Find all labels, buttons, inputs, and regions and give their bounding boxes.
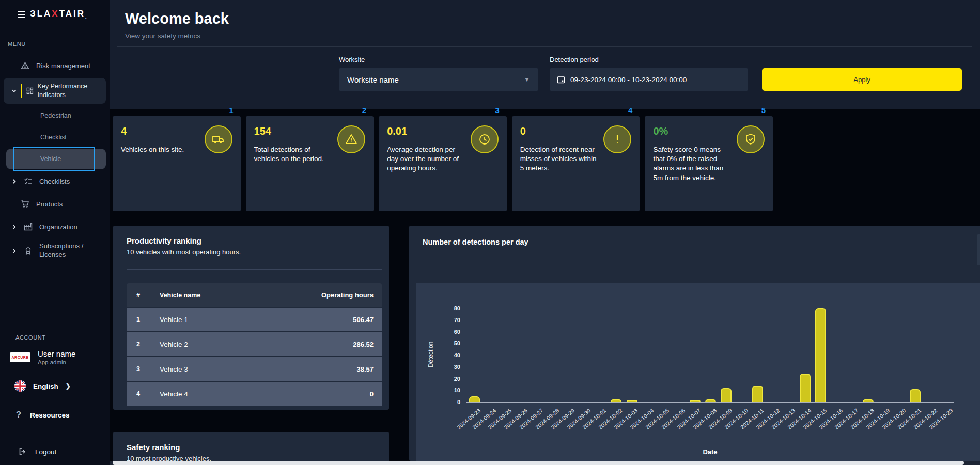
hamburger-menu-icon[interactable] — [18, 11, 25, 18]
sidebar-item-products[interactable]: Products — [0, 193, 110, 215]
bar-2024-10-15 — [815, 308, 826, 402]
rank-cell: 4 — [127, 390, 160, 397]
sidebar-subitem-checklist[interactable]: Checklist — [0, 126, 110, 148]
sidebar-subitem-label: Checklist — [40, 134, 67, 141]
sidebar-item-label: Organization — [39, 223, 77, 231]
sidebar-subitem-vehicle[interactable]: Vehicle — [6, 149, 106, 169]
table-row[interactable]: 3 Vehicle 3 38.57 — [127, 357, 382, 381]
productivity-subtitle: 10 vehicles with most operating hours. — [127, 248, 378, 256]
account-block: ACCOUNT ARCURE User name App admin Engli… — [0, 324, 110, 465]
operating-hours-cell: 38.57 — [304, 365, 382, 373]
detections-chart-card: Number of detections per day 4.97 Averag… — [409, 226, 980, 461]
clock-icon — [471, 125, 499, 153]
warning-triangle-icon — [337, 125, 365, 153]
divider — [6, 436, 103, 436]
y-axis-tick: 10 — [454, 387, 460, 393]
user-role: App admin — [38, 359, 75, 365]
user-name: User name — [38, 349, 75, 358]
x-axis-title: Date — [466, 448, 954, 456]
table-row[interactable]: 1 Vehicle 1 506.47 — [127, 308, 382, 331]
plot-region: 010203040506070802024-09-232024-09-24202… — [466, 309, 954, 403]
y-axis-tick: 70 — [454, 317, 460, 323]
table-row[interactable]: 4 Vehicle 4 0 — [127, 382, 382, 406]
brand-x: X — [52, 9, 59, 19]
main-content: Welcome back View your safety metrics Wo… — [110, 0, 980, 465]
column-header-rank: # — [127, 292, 160, 299]
factory-icon — [24, 222, 33, 231]
bar-2024-10-03 — [627, 400, 637, 402]
sidebar-item-label: Products — [36, 200, 63, 208]
vehicle-name-cell: Vehicle 3 — [160, 365, 304, 373]
bar-2024-10-21 — [910, 389, 921, 402]
ranking-table: # Vehicle name Operating hours 1 Vehicle… — [127, 283, 382, 406]
user-profile[interactable]: ARCURE User name App admin — [0, 349, 110, 365]
exclamation-icon — [603, 125, 631, 153]
sidebar-item-key-performance-indicators[interactable]: Key Performance Indicators — [4, 78, 106, 104]
chevron-right-icon — [11, 224, 17, 230]
worksite-select[interactable]: Worksite name ▼ — [339, 68, 538, 91]
sidebar: ЗLAXTAIR. MENU Risk management Key Perfo… — [0, 0, 110, 465]
table-header-row: # Vehicle name Operating hours — [127, 283, 382, 307]
bar-2024-10-07 — [690, 400, 701, 402]
logout-icon — [19, 447, 27, 456]
header-panel: Welcome back View your safety metrics Wo… — [110, 0, 980, 109]
kpi-description: Average detection per day over the numbe… — [387, 145, 467, 173]
productivity-ranking-card: Productivity ranking 10 vehicles with mo… — [113, 226, 389, 410]
license-badge-icon — [24, 247, 33, 255]
warning-triangle-icon — [21, 61, 29, 70]
chevron-right-icon: ❯ — [66, 382, 71, 390]
question-mark-icon: ? — [14, 410, 23, 420]
sidebar-item-organization[interactable]: Organization — [0, 215, 110, 238]
bar-2024-10-08 — [705, 399, 716, 402]
vehicle-name-cell: Vehicle 4 — [160, 390, 304, 398]
active-indicator-bar — [21, 84, 22, 98]
brand-left: ЗLA — [30, 9, 52, 19]
y-axis-tick: 30 — [454, 364, 460, 370]
logout-button[interactable]: Logout — [0, 441, 110, 462]
productivity-title: Productivity ranking — [127, 236, 378, 245]
brand-logo: ЗLAXTAIR. — [30, 9, 87, 20]
language-selector[interactable]: English ❯ — [0, 376, 110, 396]
detection-period-label: Detection period — [550, 56, 599, 63]
apply-button[interactable]: Apply — [762, 68, 962, 91]
kpi-card-average-detection: 3 0.01 Average detection per day over th… — [379, 116, 507, 211]
detection-period-value: 09-23-2024 00:00 - 10-23-2024 00:00 — [570, 76, 687, 84]
kpi-strip: 1 4 Vehicles on this site. 2 154 Total d… — [113, 116, 773, 211]
resources-link[interactable]: ? Ressources — [0, 405, 110, 425]
worksite-label: Worksite — [339, 56, 365, 63]
divider — [6, 324, 103, 324]
kpi-description: Total detections of vehicles on the peri… — [254, 145, 334, 164]
sidebar-item-subscriptions-licenses[interactable]: Subscriptions / Licenses — [0, 238, 110, 264]
divider — [117, 46, 972, 47]
calendar-icon — [557, 75, 565, 84]
sidebar-subitem-label: Pedestrian — [40, 112, 71, 119]
y-axis-tick: 80 — [454, 305, 460, 311]
y-axis-title: Détection — [427, 336, 434, 373]
page-subtitle: View your safety metrics — [125, 32, 200, 40]
operating-hours-cell: 0 — [304, 390, 382, 398]
sidebar-item-label: Subscriptions / Licenses — [39, 242, 96, 260]
sidebar-item-label: Key Performance Indicators — [38, 82, 106, 100]
column-header-vehicle-name: Vehicle name — [160, 292, 304, 299]
sidebar-item-risk-management[interactable]: Risk management — [0, 54, 110, 77]
annotation-badge: 3 — [495, 106, 499, 115]
kpi-card-total-detections: 2 154 Total detections of vehicles on th… — [246, 116, 374, 211]
resources-label: Ressources — [30, 411, 70, 419]
y-axis-tick: 0 — [457, 399, 460, 405]
annotation-badge: 2 — [362, 106, 366, 115]
kpi-card-near-misses: 4 0 Detection of recent near misses of v… — [512, 116, 640, 211]
safety-subtitle: 10 most productive vehicles. — [127, 455, 378, 461]
language-label: English — [33, 382, 58, 390]
bar-2024-10-18 — [863, 399, 874, 402]
bar-2024-09-23 — [469, 396, 480, 402]
sidebar-subitem-pedestrian[interactable]: Pedestrian — [0, 105, 110, 126]
detection-period-input[interactable]: 09-23-2024 00:00 - 10-23-2024 00:00 — [550, 68, 748, 91]
avatar: ARCURE — [10, 352, 30, 362]
chevron-right-icon — [11, 248, 17, 254]
horizontal-scrollbar-thumb[interactable] — [113, 461, 964, 465]
cart-icon — [21, 200, 29, 209]
table-row[interactable]: 2 Vehicle 2 286.52 — [127, 332, 382, 356]
sidebar-item-checklists[interactable]: Checklists — [0, 170, 110, 193]
operating-hours-cell: 286.52 — [304, 341, 382, 348]
brand-mark: . — [85, 15, 87, 20]
